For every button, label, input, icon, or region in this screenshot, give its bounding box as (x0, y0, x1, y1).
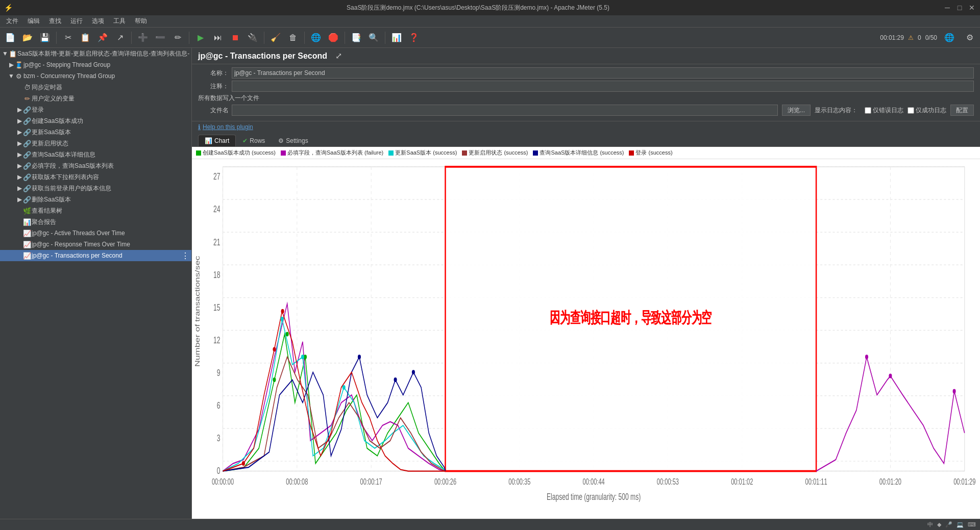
svg-point-54 (281, 309, 284, 314)
help-link[interactable]: ℹ Help on this plugin (198, 123, 974, 131)
tree-node-root[interactable]: ▼ 📋 SaaS版本新增-更新-更新启用状态-查询详细信息-查询列表信息- (0, 48, 191, 59)
keyboard-icon[interactable]: ⌨ (968, 521, 976, 528)
tab-rows[interactable]: ✔ Rows (236, 135, 272, 146)
errors-only-checkbox[interactable] (865, 107, 871, 114)
legend-item-create: 创建SaaS版本成功 (success) (196, 149, 276, 157)
menu-run[interactable]: 运行 (66, 16, 87, 27)
settings-icon[interactable]: ⚙ (962, 30, 978, 46)
titlebar: ⚡ SaaS阶段压测demo.jmx (C:\Users\asus\Deskto… (0, 0, 980, 15)
elapsed-time: 00:01:29 (880, 34, 904, 41)
help2-button[interactable]: ❓ (406, 30, 422, 46)
template-button[interactable]: 📑 (348, 30, 364, 46)
legend-item-login: 登录 (success) (629, 149, 672, 157)
paste-button[interactable]: 📌 (94, 30, 111, 46)
browse-button[interactable]: 浏览... (782, 105, 811, 116)
run-no-pause-button[interactable]: ⏭ (210, 30, 226, 46)
chart-legend: 创建SaaS版本成功 (success) 必填字段，查询SaaS版本列表 (fa… (192, 147, 980, 159)
filename-input[interactable] (232, 105, 778, 116)
svg-point-56 (301, 355, 304, 359)
clear-all-button[interactable]: 🗑 (285, 30, 301, 46)
success-only-checkbox[interactable] (908, 107, 914, 114)
rows-icon: ✔ (242, 137, 248, 144)
tree-node-vars[interactable]: ✏ 用户定义的变量 (0, 93, 191, 104)
legend-dot-create (196, 150, 201, 156)
svg-text:9: 9 (217, 368, 220, 378)
tree-node-concurrency[interactable]: ▼ ⚙ bzm - Concurrency Thread Group (0, 70, 191, 82)
remote-icon[interactable]: 🌐 (941, 30, 958, 46)
statusbar: 中 ◆ 🎤 💻 ⌨ (0, 519, 980, 530)
run-button[interactable]: ▶ (192, 30, 209, 46)
tree-node-update-version[interactable]: ▶ 🔗 更新SaaS版本 (0, 127, 191, 138)
svg-text:00:00:26: 00:00:26 (434, 477, 456, 487)
remote-button[interactable]: 🌐 (308, 30, 324, 46)
comment-input[interactable] (232, 81, 974, 92)
laptop-icon[interactable]: 💻 (957, 521, 964, 528)
panel-header: jp@gc - Transactions per Second ⤢ (192, 48, 980, 64)
table-button[interactable]: 📊 (388, 30, 405, 46)
error-count: 0 (918, 34, 921, 41)
maximize-button[interactable]: □ (955, 4, 964, 12)
add-button[interactable]: ➕ (135, 30, 151, 46)
new-button[interactable]: 📄 (2, 30, 18, 46)
cut-button[interactable]: ✂ (60, 30, 76, 46)
menu-edit[interactable]: 编辑 (23, 16, 44, 27)
tree-node-stepping[interactable]: ▶ 🧵 jp@gc - Stepping Thread Group (0, 59, 191, 70)
tree-node-create[interactable]: ▶ 🔗 创建SaaS版本成功 (0, 115, 191, 127)
config-button[interactable]: 配置 (950, 105, 974, 116)
statusbar-right: 中 ◆ 🎤 💻 ⌨ (927, 521, 976, 528)
tree-node-timer[interactable]: ⏱ 同步定时器 (0, 82, 191, 93)
chart-area: 创建SaaS版本成功 (success) 必填字段，查询SaaS版本列表 (fa… (192, 147, 980, 519)
lang-indicator[interactable]: 中 (927, 521, 933, 528)
tree-node-aggregate[interactable]: 📊 聚合报告 (0, 216, 191, 228)
window-title: SaaS阶段压测demo.jmx (C:\Users\asus\Desktop\… (13, 4, 943, 12)
tree-node-response-times[interactable]: 📈 jp@gc - Response Times Over Time (0, 239, 191, 250)
svg-text:00:01:11: 00:01:11 (805, 477, 827, 487)
shutdown-button[interactable]: 🔌 (244, 30, 261, 46)
save-button[interactable]: 💾 (37, 30, 53, 46)
help-row: ℹ Help on this plugin (192, 121, 980, 133)
svg-text:00:01:29: 00:01:29 (953, 477, 975, 487)
tree-node-login[interactable]: ▶ 🔗 登录 (0, 104, 191, 115)
draw-button[interactable]: ✏ (169, 30, 186, 46)
open-button[interactable]: 📂 (19, 30, 36, 46)
tree-node-query-list[interactable]: ▶ 🔗 必填字段，查询SaaS版本列表 (0, 160, 191, 171)
tree-node-result-tree[interactable]: 🌿 查看结果树 (0, 205, 191, 216)
menu-search[interactable]: 查找 (45, 16, 65, 27)
svg-text:Number of transactions/sec: Number of transactions/sec (194, 256, 201, 367)
panel-title: jp@gc - Transactions per Second (198, 52, 327, 61)
copy-button[interactable]: 📋 (77, 30, 93, 46)
mic-icon[interactable]: 🎤 (945, 521, 952, 528)
menu-tools[interactable]: 工具 (109, 16, 130, 27)
tab-chart[interactable]: 📊 Chart (198, 135, 236, 146)
expand-icon[interactable]: ⤢ (335, 51, 342, 61)
svg-text:00:00:35: 00:00:35 (508, 477, 530, 487)
tree-node-user-version[interactable]: ▶ 🔗 获取当前登录用户的版本信息 (0, 183, 191, 194)
expand-button[interactable]: ↗ (112, 30, 128, 46)
tree-node-dropdown[interactable]: ▶ 🔗 获取版本下拉框列表内容 (0, 171, 191, 183)
remote-stop-button[interactable]: 🛑 (325, 30, 341, 46)
chart-svg-container: 0 3 6 9 12 15 18 21 24 27 Number of tran… (192, 159, 980, 517)
menu-options[interactable]: 选项 (88, 16, 108, 27)
toolbar-sep-4 (264, 32, 264, 44)
close-button[interactable]: ✕ (968, 4, 976, 12)
context-menu-icon[interactable]: ⋮ (181, 251, 191, 261)
tree-node-update-status[interactable]: ▶ 🔗 更新启用状态 (0, 138, 191, 149)
tree-node-query-detail[interactable]: ▶ 🔗 查询SaaS版本详细信息 (0, 149, 191, 160)
svg-text:Elapsed time (granularity: 500: Elapsed time (granularity: 500 ms) (547, 492, 641, 502)
name-input[interactable] (232, 67, 974, 79)
search2-button[interactable]: 🔍 (365, 30, 382, 46)
remove-button[interactable]: ➖ (152, 30, 168, 46)
tree-node-delete[interactable]: ▶ 🔗 删除SaaS版本 (0, 194, 191, 205)
log-label: 显示日志内容： (815, 106, 857, 115)
minimize-button[interactable]: ─ (943, 4, 951, 12)
main-layout: ▼ 📋 SaaS版本新增-更新-更新启用状态-查询详细信息-查询列表信息- ▶ … (0, 48, 980, 519)
clear-button[interactable]: 🧹 (267, 30, 284, 46)
svg-point-49 (273, 377, 276, 382)
tree-node-active-threads[interactable]: 📈 jp@gc - Active Threads Over Time (0, 228, 191, 239)
menu-help[interactable]: 帮助 (131, 16, 151, 27)
stop-button[interactable]: ⏹ (227, 30, 243, 46)
tab-settings[interactable]: ⚙ Settings (272, 135, 314, 146)
menu-file[interactable]: 文件 (2, 16, 22, 27)
tree-node-transactions[interactable]: 📈 jp@gc - Transactions per Second ⋮ (0, 250, 191, 261)
name-label: 名称： (198, 69, 229, 78)
